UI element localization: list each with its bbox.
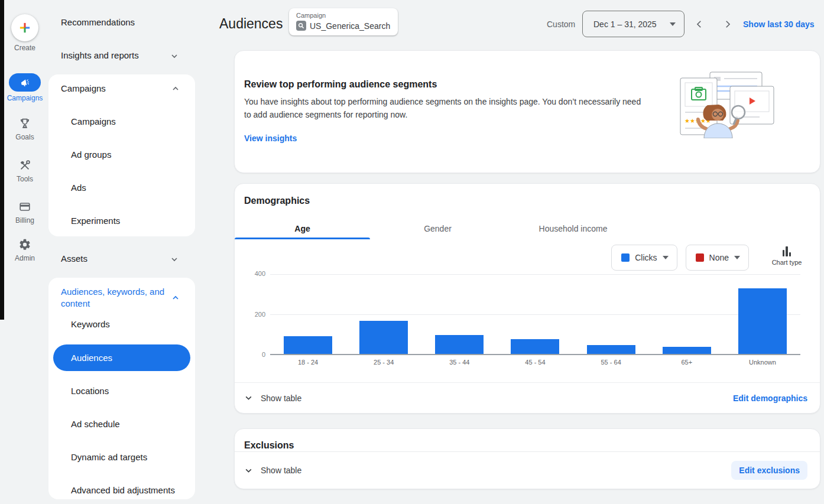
bar-45-54[interactable] bbox=[511, 339, 559, 354]
show-table-label: Show table bbox=[261, 466, 301, 475]
nav-item-ads[interactable]: Ads bbox=[71, 182, 86, 194]
chart-type-label: Chart type bbox=[772, 259, 802, 266]
bar-25-34[interactable] bbox=[359, 321, 408, 354]
nav-item-ad-groups[interactable]: Ad groups bbox=[71, 149, 111, 161]
rail-item-billing[interactable]: Billing bbox=[4, 200, 46, 225]
nav-item-ad-schedule[interactable]: Ad schedule bbox=[71, 418, 120, 430]
show-last-30-days-link[interactable]: Show last 30 days bbox=[743, 19, 815, 29]
rail-label-admin: Admin bbox=[4, 254, 46, 262]
x-tick: 55 - 64 bbox=[573, 359, 649, 366]
next-period-button[interactable] bbox=[721, 17, 735, 31]
comparison-color-swatch bbox=[696, 253, 704, 262]
rail-item-campaigns[interactable]: Campaigns bbox=[4, 73, 46, 102]
caret-down-icon bbox=[670, 22, 676, 26]
nav-item-campaigns[interactable]: Campaigns bbox=[71, 116, 116, 128]
nav-item-keywords[interactable]: Keywords bbox=[71, 318, 110, 330]
y-tick-200: 200 bbox=[255, 310, 265, 318]
comparison-dropdown[interactable]: None bbox=[686, 245, 749, 271]
insights-banner-body: You have insights about top performing a… bbox=[244, 95, 641, 121]
rail-label-billing: Billing bbox=[4, 216, 46, 225]
nav-section-audiences-keywords-content[interactable]: Audiences, keywords, and content bbox=[61, 286, 166, 310]
chevron-down-icon[interactable] bbox=[170, 52, 179, 60]
chart-plot-area bbox=[270, 274, 800, 355]
chart-bars bbox=[270, 274, 800, 354]
caret-down-icon bbox=[734, 256, 740, 259]
bar-column bbox=[346, 274, 421, 354]
y-tick-400: 400 bbox=[255, 269, 265, 278]
nav-item-dynamic-ad-targets[interactable]: Dynamic ad targets bbox=[71, 451, 147, 463]
date-range-type: Custom bbox=[547, 19, 575, 29]
left-navigation: Recommendations Insights and reports Cam… bbox=[47, 0, 195, 504]
show-table-toggle[interactable]: Show table bbox=[244, 394, 301, 403]
demographics-tabs: Age Gender Household income bbox=[235, 217, 820, 239]
search-campaign-icon bbox=[296, 21, 306, 31]
chart-y-axis: 0200400 bbox=[244, 274, 270, 355]
bar-column bbox=[725, 274, 800, 354]
demographics-title: Demographics bbox=[244, 194, 820, 207]
x-tick: 35 - 44 bbox=[421, 359, 497, 366]
date-range-button[interactable]: Dec 1 – 31, 2025 bbox=[582, 11, 684, 37]
chevron-up-icon[interactable] bbox=[171, 294, 180, 302]
tools-icon bbox=[4, 158, 46, 173]
rail-label-goals: Goals bbox=[4, 133, 46, 141]
chevron-down-icon[interactable] bbox=[170, 255, 179, 264]
chart-controls: Clicks None Chart type bbox=[235, 245, 820, 271]
x-tick: 45 - 54 bbox=[497, 359, 573, 366]
campaign-selector-label: Campaign bbox=[296, 12, 391, 19]
nav-item-advanced-bid-adjustments[interactable]: Advanced bid adjustments bbox=[71, 485, 175, 496]
nav-item-experiments[interactable]: Experiments bbox=[71, 215, 120, 227]
campaign-selector-value: US_Generica_Search bbox=[310, 21, 390, 31]
date-range-value: Dec 1 – 31, 2025 bbox=[593, 19, 657, 29]
create-plus-icon[interactable] bbox=[11, 14, 38, 41]
bar-Unknown[interactable] bbox=[738, 288, 787, 354]
bar-column bbox=[497, 274, 573, 354]
show-table-toggle[interactable]: Show table bbox=[244, 466, 301, 475]
view-insights-link[interactable]: View insights bbox=[244, 134, 297, 143]
campaigns-nav-card: Campaigns Campaigns Ad groups Ads Experi… bbox=[48, 74, 195, 236]
tab-gender[interactable]: Gender bbox=[370, 217, 505, 239]
tab-age[interactable]: Age bbox=[235, 217, 370, 239]
previous-period-button[interactable] bbox=[692, 17, 706, 31]
rail-item-tools[interactable]: Tools bbox=[4, 158, 46, 183]
tab-household-income[interactable]: Household income bbox=[505, 217, 641, 239]
exclusions-footer: Show table Edit exclusions bbox=[235, 451, 820, 489]
nav-item-locations[interactable]: Locations bbox=[71, 385, 109, 397]
metric-color-swatch bbox=[621, 253, 630, 262]
nav-item-assets[interactable]: Assets bbox=[61, 253, 87, 265]
page-title: Audiences bbox=[219, 16, 283, 32]
bar-65+[interactable] bbox=[663, 347, 711, 354]
rail-item-admin[interactable]: Admin bbox=[4, 238, 46, 262]
create-button[interactable]: Create bbox=[4, 14, 46, 52]
demographics-card: Demographics Age Gender Household income… bbox=[234, 183, 820, 414]
nav-item-recommendations[interactable]: Recommendations bbox=[61, 17, 135, 28]
metric-dropdown-value: Clicks bbox=[635, 253, 657, 262]
bar-18-24[interactable] bbox=[284, 336, 332, 354]
bar-column bbox=[649, 274, 725, 354]
rail-item-goals[interactable]: Goals bbox=[4, 116, 46, 141]
nav-section-campaigns[interactable]: Campaigns bbox=[61, 83, 106, 95]
edit-demographics-link[interactable]: Edit demographics bbox=[733, 394, 807, 403]
demographics-footer: Show table Edit demographics bbox=[235, 382, 820, 413]
x-tick: 18 - 24 bbox=[270, 359, 346, 366]
x-tick: Unknown bbox=[725, 359, 800, 366]
bar-column bbox=[270, 274, 346, 354]
rail-label-create: Create bbox=[4, 44, 46, 52]
edit-exclusions-link[interactable]: Edit exclusions bbox=[731, 461, 807, 480]
rail-label-campaigns: Campaigns bbox=[4, 94, 46, 102]
bar-55-64[interactable] bbox=[587, 345, 635, 354]
chevron-up-icon[interactable] bbox=[171, 84, 180, 93]
age-bar-chart: 0200400 18 - 2425 - 3435 - 4445 - 5455 -… bbox=[244, 274, 800, 366]
chart-type-button[interactable]: Chart type bbox=[768, 245, 806, 266]
bar-column bbox=[573, 274, 649, 354]
bar-column bbox=[421, 274, 497, 354]
screen-edge-strip bbox=[0, 0, 4, 320]
bar-chart-icon bbox=[783, 246, 791, 256]
audiences-nav-card: Audiences, keywords, and content Keyword… bbox=[48, 278, 195, 499]
nav-item-audiences-selected[interactable]: Audiences bbox=[53, 344, 190, 371]
campaign-selector[interactable]: Campaign US_Generica_Search bbox=[289, 8, 398, 35]
nav-item-insights-and-reports[interactable]: Insights and reports bbox=[61, 50, 139, 61]
bar-35-44[interactable] bbox=[435, 335, 484, 354]
metric-dropdown[interactable]: Clicks bbox=[611, 245, 677, 271]
x-tick: 65+ bbox=[649, 359, 725, 366]
megaphone-icon[interactable] bbox=[9, 73, 41, 92]
